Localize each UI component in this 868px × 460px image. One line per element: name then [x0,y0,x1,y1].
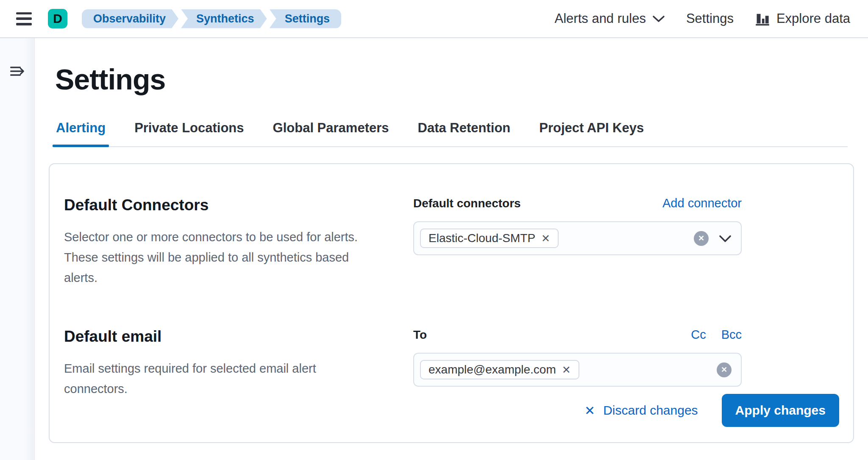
header-settings-link[interactable]: Settings [686,11,734,26]
bar-chart-icon [755,11,770,26]
top-header: D Observability Synthetics Settings Aler… [0,0,868,38]
connector-pill: Elastic-Cloud-SMTP ✕ [420,229,559,248]
header-settings-label: Settings [686,11,734,26]
expand-nav-icon[interactable] [10,64,25,78]
deployment-avatar[interactable]: D [48,9,67,28]
explore-data-link[interactable]: Explore data [755,11,850,26]
default-connectors-row: Default Connectors Selector one or more … [64,196,839,288]
breadcrumb-synthetics[interactable]: Synthetics [181,9,267,28]
default-email-heading: Default email [64,328,396,346]
email-pill: example@example.com ✕ [420,360,579,379]
breadcrumb-settings[interactable]: Settings [270,9,342,28]
default-connectors-combobox[interactable]: Elastic-Cloud-SMTP ✕ ✕ [413,221,742,255]
alerts-and-rules-menu[interactable]: Alerts and rules [555,11,665,26]
collapsed-nav-sidebar [0,38,35,460]
alerts-and-rules-label: Alerts and rules [555,11,646,26]
bcc-link[interactable]: Bcc [721,328,742,342]
email-pill-label: example@example.com [428,363,556,376]
default-connectors-heading: Default Connectors [64,196,396,214]
page-title: Settings [55,63,848,96]
tab-data-retention[interactable]: Data Retention [417,120,512,146]
to-field-label: To [413,328,427,342]
breadcrumb-observability[interactable]: Observability [82,9,178,28]
default-email-description: Email settings required for selected ema… [64,358,367,399]
tab-global-parameters[interactable]: Global Parameters [272,120,390,146]
tab-alerting[interactable]: Alerting [55,120,106,146]
main-content: Settings Alerting Private Locations Glob… [35,38,868,460]
settings-tabs: Alerting Private Locations Global Parame… [55,120,848,147]
breadcrumb: Observability Synthetics Settings [82,9,341,28]
remove-connector-icon[interactable]: ✕ [541,233,550,244]
explore-data-label: Explore data [776,11,850,26]
discard-changes-label: Discard changes [603,403,698,418]
discard-changes-button[interactable]: ✕ Discard changes [584,403,698,418]
connector-pill-label: Elastic-Cloud-SMTP [428,231,535,245]
panel-actions: ✕ Discard changes Apply changes [584,394,839,427]
remove-email-icon[interactable]: ✕ [562,365,571,375]
alerting-settings-panel: Default Connectors Selector one or more … [49,163,854,443]
tab-private-locations[interactable]: Private Locations [134,120,245,146]
cc-link[interactable]: Cc [691,328,706,342]
apply-changes-button[interactable]: Apply changes [722,394,839,427]
clear-connectors-icon[interactable]: ✕ [694,231,709,246]
clear-emails-icon[interactable]: ✕ [717,362,732,377]
discard-x-icon: ✕ [584,403,595,418]
default-connectors-description: Selector one or more connectors to be us… [64,227,367,288]
tab-project-api-keys[interactable]: Project API Keys [538,120,645,146]
default-connectors-field-label: Default connectors [413,197,521,210]
default-email-row: Default email Email settings required fo… [64,328,839,399]
to-email-combobox[interactable]: example@example.com ✕ ✕ [413,353,742,387]
menu-hamburger-icon[interactable] [16,12,32,25]
header-nav: Alerts and rules Settings Explore data [555,11,850,26]
add-connector-link[interactable]: Add connector [662,196,742,210]
chevron-down-icon [652,15,665,22]
connectors-chevron-down-icon[interactable] [719,234,732,243]
